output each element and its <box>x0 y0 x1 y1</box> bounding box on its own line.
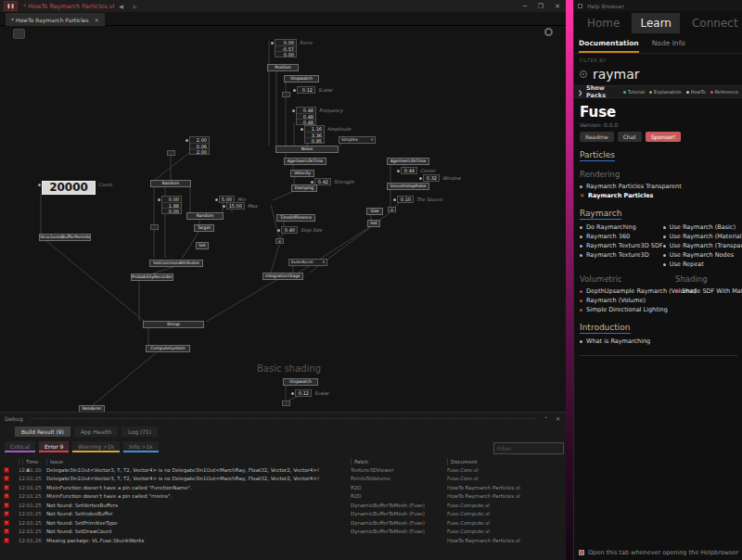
help-tab-learn[interactable]: Learn <box>632 13 680 33</box>
velocity-node[interactable]: Velocity <box>290 170 314 177</box>
chat-button[interactable]: Chat <box>618 132 642 142</box>
header-patch[interactable]: Patch <box>351 458 447 465</box>
add-node-2[interactable]: + <box>275 238 284 244</box>
section-heading[interactable]: Particles <box>580 150 615 161</box>
help-link-item[interactable]: Raymarch 360 <box>580 232 663 241</box>
search-input[interactable] <box>593 67 713 82</box>
help-link-item[interactable]: Shade SDF With Matcap <box>675 286 742 296</box>
table-row[interactable]: !12:01:25Not found: SetVertexBuffersDyna… <box>0 501 566 510</box>
help-link-item[interactable]: Raymarch Texture3D <box>580 250 663 260</box>
vector2-iobox[interactable]: 0.001.880.00 <box>161 196 182 214</box>
scalar-iobox[interactable]: 0.12Scalar <box>297 86 315 94</box>
help-link-item[interactable]: Use Raymarch (Transparent) <box>663 241 742 250</box>
set-node-2[interactable]: Set <box>196 242 209 249</box>
table-row[interactable]: !12:01:26Missing package: VL.Fuse.SkunkW… <box>0 536 566 545</box>
help-link-item[interactable]: What is Raymarching <box>580 337 675 346</box>
help-tab-home[interactable]: Home <box>579 13 628 33</box>
minimize-icon[interactable]: ─ <box>523 3 527 10</box>
camera-icon[interactable] <box>544 28 553 36</box>
noise-type-dropdown[interactable]: Simplex▾Noise Type <box>339 136 376 144</box>
help-link-item[interactable]: Raymarch (Volume) <box>580 296 675 305</box>
random-node-1[interactable]: Random <box>150 180 191 187</box>
debug-tab[interactable]: Build Result (9) <box>15 426 70 437</box>
canvas-home-button[interactable] <box>13 29 25 39</box>
nav-forward-icon[interactable]: ▶ <box>134 3 138 9</box>
help-tab-connect[interactable]: Connect <box>684 13 742 33</box>
help-link-item[interactable]: Use Raymarch Nodes <box>663 250 742 260</box>
header-issue[interactable]: Issue <box>46 458 351 465</box>
stopwatch2-node[interactable]: Stopwatch <box>283 378 318 386</box>
integrationstage-node[interactable]: IntegrationStage <box>262 273 303 280</box>
set-node-1[interactable]: Set <box>367 220 380 227</box>
computesystem-node[interactable]: ComputeSystem <box>146 345 190 352</box>
tab-close-icon[interactable]: ✕ <box>95 17 99 23</box>
help-link-item[interactable]: Raymarch Texture3D SDF <box>580 241 663 250</box>
damping-node[interactable]: Damping <box>291 185 317 192</box>
center-iobox[interactable]: 0.44Center <box>401 167 417 174</box>
help-link-item[interactable]: DepthUpsample Raymarch (Volume) <box>580 286 675 296</box>
table-row[interactable]: !12:01:20Delegate3In1Out<Vector3, T, T2,… <box>0 465 566 475</box>
multiply-node[interactable]: · <box>282 92 290 97</box>
patch-tab[interactable]: * HowTo Raymarch Particles ✕ <box>6 13 105 26</box>
position-node[interactable]: Position <box>267 64 299 71</box>
maximize-icon[interactable]: ❐ <box>538 3 544 10</box>
structuredbufferpersistence-node[interactable]: StructuredBufferPersistence <box>39 234 91 241</box>
random-node-2[interactable]: Random <box>186 212 224 220</box>
probabilityrecorder-node[interactable]: ProbabilityRecorder <box>131 274 173 281</box>
step-size-iobox[interactable]: 0.40Step Size <box>281 226 298 234</box>
table-row[interactable]: !12:01:25Not found: SetIndexBufferDynami… <box>0 510 566 519</box>
stopwatch-node[interactable]: Stopwatch <box>284 75 319 83</box>
severity-chip[interactable]: Warning >1k <box>72 441 120 452</box>
count-iobox[interactable]: 20000Count <box>42 181 96 195</box>
debug-tab[interactable]: Log (71) <box>122 426 158 437</box>
help-link-item[interactable]: ✕Raymarch Particles <box>580 191 675 200</box>
timedifference-node[interactable]: TimeDifference <box>276 214 315 222</box>
header-time[interactable]: Time ▲ <box>19 458 46 465</box>
vector-iobox[interactable]: 2.000.062.00 <box>189 136 210 155</box>
smoothsteppulse-node[interactable]: SmoothstepPulse <box>387 183 429 190</box>
frequency-iobox[interactable]: 0.480.480.48Frequency <box>296 107 316 125</box>
table-row[interactable]: !12:01:25MixinFunction doesn't have a pi… <box>0 492 566 502</box>
help-link-item[interactable]: Do Raymarching <box>580 223 663 232</box>
help-link-item[interactable]: Raymarch Particles Transparent <box>580 182 675 191</box>
multiply2-node[interactable]: · <box>282 401 290 406</box>
integration-mode-dropdown[interactable]: EulerAccel▾Integration Mode <box>288 259 327 266</box>
footer-checkbox[interactable] <box>579 550 584 555</box>
help-link-item[interactable]: Use Raymarch (Basic) <box>663 223 742 232</box>
pause-button[interactable]: ❚❚ <box>4 1 18 11</box>
noise-node[interactable]: Noise <box>275 146 339 153</box>
sponsor-button[interactable]: Sponsor! <box>646 132 682 142</box>
group-node[interactable]: Group <box>143 321 204 328</box>
chevron-right-icon[interactable]: ❯ <box>578 89 582 95</box>
help-link-item[interactable]: Use Raymarch (Material) <box>663 232 742 241</box>
size-node[interactable]: Size <box>366 208 383 215</box>
scalar2-iobox[interactable]: 0.12Scalar <box>295 389 312 397</box>
header-document[interactable]: Document <box>447 458 566 465</box>
help-subtab[interactable]: Node Info <box>652 39 685 53</box>
add-node-1[interactable]: + <box>388 207 396 212</box>
help-link-item[interactable]: Simple Directional Lighting <box>580 305 675 314</box>
debug-filter-input[interactable] <box>493 442 564 454</box>
debug-tab[interactable]: App Health <box>74 426 118 437</box>
force-iobox[interactable]: 0.00-0.570.00Force <box>275 39 297 57</box>
renderer-node[interactable]: Renderer <box>79 405 105 412</box>
debug-drag-handle[interactable] <box>31 418 536 419</box>
help-subtab[interactable]: Documentation <box>579 39 639 53</box>
nav-back-icon[interactable]: ◀ <box>119 3 123 9</box>
table-row[interactable]: !12:01:25Delegate3In1Out<Vector3, T, T2,… <box>0 475 566 484</box>
amplitude-iobox[interactable]: 1.163.360.95Amplitude <box>304 125 325 144</box>
severity-chip[interactable]: Critical <box>5 441 35 452</box>
help-link-item[interactable]: Use Repeat <box>663 260 742 269</box>
debug-collapse-icon[interactable]: ⌃ <box>544 415 548 422</box>
section-heading[interactable]: Introduction <box>580 323 631 334</box>
window-iobox[interactable]: 0.32Window <box>423 174 440 182</box>
node-canvas[interactable]: 0.00-0.570.00ForcePositionStopwatch0.12S… <box>0 26 566 412</box>
debug-close-icon[interactable]: ✕ <box>556 415 560 422</box>
section-heading[interactable]: Raymarch <box>580 209 621 220</box>
target-node[interactable]: Target <box>194 224 214 232</box>
table-row[interactable]: !12:01:25Not found: SetPrimitiveTypeDyna… <box>0 518 566 528</box>
the-source-iobox[interactable]: 0.10The Source <box>397 196 414 203</box>
op-node-2[interactable]: · <box>150 224 159 230</box>
readme-button[interactable]: Readme <box>580 132 614 142</box>
max-iobox[interactable]: 15.00Max <box>226 202 245 210</box>
